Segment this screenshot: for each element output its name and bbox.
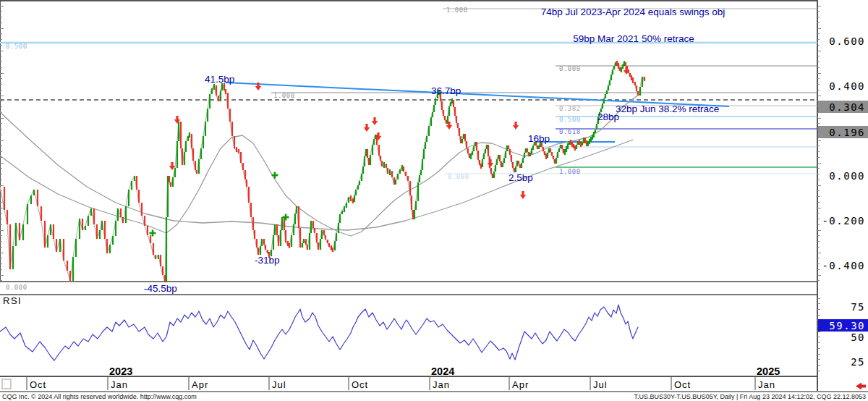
up-bar <box>493 172 495 178</box>
status-copyright: CQG Inc. © 2024 All rights reserved worl… <box>2 393 197 400</box>
up-bar <box>595 130 596 133</box>
up-bar <box>357 185 359 190</box>
down-bar <box>191 134 192 148</box>
up-bar <box>548 148 550 153</box>
up-bar <box>587 141 589 146</box>
month-label: Jan <box>111 379 128 390</box>
down-bar <box>454 107 456 116</box>
up-bar <box>128 190 129 206</box>
down-bar <box>511 155 512 162</box>
up-bar <box>602 104 603 109</box>
up-bar <box>362 166 364 174</box>
down-bar <box>518 161 519 164</box>
down-bar <box>501 161 502 167</box>
down-bar <box>278 235 279 246</box>
down-bar <box>82 219 83 230</box>
fib-label: 0.000 <box>448 173 469 180</box>
down-bar <box>456 116 457 123</box>
annotation-text: 41.5bp <box>205 74 234 85</box>
up-bar <box>294 214 296 224</box>
down-bar <box>480 164 482 169</box>
up-bar <box>495 165 496 172</box>
down-bar <box>409 181 411 195</box>
down-bar <box>528 152 529 156</box>
up-bar <box>593 132 595 138</box>
fib-label: 0.500 <box>6 43 27 50</box>
up-bar <box>423 149 425 159</box>
up-bar <box>639 87 641 96</box>
up-bar <box>101 221 103 230</box>
down-bar <box>195 161 196 170</box>
year-label: 2023 <box>109 366 132 377</box>
down-bar <box>314 228 315 233</box>
up-bar <box>172 177 174 187</box>
down-bar <box>459 128 460 136</box>
down-bar <box>254 230 255 239</box>
axis-label: 25 <box>851 356 865 368</box>
down-bar <box>618 63 619 69</box>
down-bar <box>380 156 381 161</box>
down-bar <box>4 187 5 210</box>
annotation-text: 2.5bp <box>509 172 533 183</box>
down-bar <box>231 122 233 136</box>
up-bar <box>506 145 508 151</box>
down-bar <box>467 148 469 153</box>
down-bar <box>192 148 194 161</box>
down-bar <box>332 248 333 252</box>
scroll-home-button[interactable] <box>2 379 11 389</box>
up-bar <box>592 135 593 140</box>
down-bar <box>160 255 161 266</box>
up-bar <box>569 141 570 145</box>
up-bar <box>603 98 605 104</box>
up-bar <box>75 239 77 257</box>
up-bar <box>203 136 204 148</box>
month-label: Oct <box>30 379 46 390</box>
background <box>0 0 868 392</box>
month-label: Jul <box>593 379 608 390</box>
up-bar <box>432 112 433 117</box>
axis-label: -0.400 <box>822 260 865 271</box>
up-bar <box>293 224 294 235</box>
chart-frame <box>0 0 868 392</box>
down-bar <box>381 161 383 166</box>
rsi-current-value: 59.30 <box>829 320 865 332</box>
up-bar <box>486 145 488 149</box>
up-bar <box>399 169 401 174</box>
down-bar <box>391 171 393 177</box>
fib-label: 0.000 <box>6 284 27 291</box>
down-bar <box>407 176 409 181</box>
up-bar <box>505 151 506 158</box>
up-bar <box>567 143 569 149</box>
up-bar <box>261 239 263 246</box>
up-bar <box>608 85 609 90</box>
down-bar <box>584 138 586 143</box>
up-bar <box>564 149 566 155</box>
up-bar <box>612 69 613 75</box>
up-bar <box>370 155 371 165</box>
year-label: 2024 <box>431 366 454 377</box>
up-bar <box>355 190 357 195</box>
month-label: Jul <box>272 379 286 390</box>
down-bar <box>216 85 217 96</box>
up-bar <box>167 176 169 217</box>
up-bar <box>524 153 525 158</box>
up-bar <box>205 122 206 136</box>
up-bar <box>430 117 432 126</box>
down-bar <box>285 230 286 242</box>
down-bar <box>579 140 580 145</box>
down-bar <box>155 255 156 259</box>
down-bar <box>238 149 239 153</box>
up-bar <box>125 206 127 223</box>
down-bar <box>327 240 328 243</box>
chart-canvas[interactable]: 1.0000.5000.0001.0000.3820.5000.6181.000… <box>0 0 868 392</box>
up-bar <box>90 208 92 216</box>
up-bar <box>174 168 176 177</box>
down-bar <box>9 224 11 269</box>
annotation-text: -45.5bp <box>144 283 177 294</box>
down-bar <box>153 243 154 255</box>
down-bar <box>44 221 46 248</box>
up-bar <box>475 142 476 146</box>
down-bar <box>544 151 545 155</box>
up-bar <box>336 233 337 241</box>
up-bar <box>622 64 624 69</box>
